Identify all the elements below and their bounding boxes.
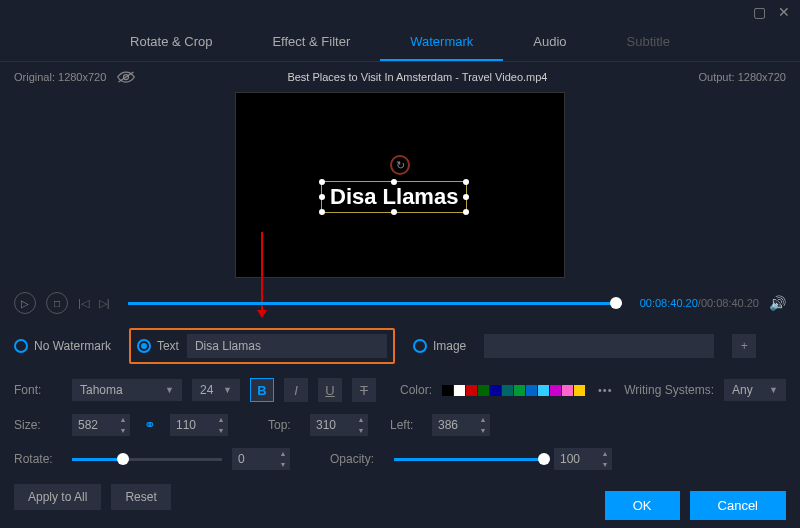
bold-button[interactable]: B xyxy=(250,378,274,402)
spinner-up-icon[interactable]: ▲ xyxy=(214,414,228,425)
reset-button[interactable]: Reset xyxy=(111,484,170,510)
spinner-down-icon[interactable]: ▼ xyxy=(214,425,228,436)
color-swatches xyxy=(442,385,585,396)
height-spinner[interactable]: ▲▼ xyxy=(170,414,228,436)
color-swatch[interactable] xyxy=(562,385,573,396)
radio-icon xyxy=(14,339,28,353)
resize-handle[interactable] xyxy=(463,179,469,185)
radio-icon xyxy=(413,339,427,353)
slider-thumb[interactable] xyxy=(117,453,129,465)
spinner-up-icon[interactable]: ▲ xyxy=(354,414,368,425)
chevron-down-icon: ▼ xyxy=(223,385,232,395)
tab-watermark[interactable]: Watermark xyxy=(380,24,503,61)
play-button[interactable]: ▷ xyxy=(14,292,36,314)
prev-frame-button[interactable]: |◁ xyxy=(78,297,89,310)
rotate-label: Rotate: xyxy=(14,452,62,466)
italic-button[interactable]: I xyxy=(284,378,308,402)
video-preview[interactable]: Disa Llamas xyxy=(235,92,565,278)
stop-button[interactable]: □ xyxy=(46,292,68,314)
spinner-up-icon[interactable]: ▲ xyxy=(116,414,130,425)
top-input[interactable] xyxy=(310,414,354,436)
cancel-button[interactable]: Cancel xyxy=(690,491,786,520)
maximize-icon[interactable]: ▢ xyxy=(753,4,766,20)
spinner-down-icon[interactable]: ▼ xyxy=(354,425,368,436)
radio-text-watermark[interactable]: Text xyxy=(137,339,179,353)
color-swatch[interactable] xyxy=(550,385,561,396)
resize-handle[interactable] xyxy=(319,194,325,200)
spinner-down-icon[interactable]: ▼ xyxy=(116,425,130,436)
radio-image-watermark[interactable]: Image xyxy=(413,339,466,353)
chevron-down-icon: ▼ xyxy=(769,385,778,395)
volume-icon[interactable]: 🔊 xyxy=(769,295,786,311)
underline-button[interactable]: U xyxy=(318,378,342,402)
radio-label: Image xyxy=(433,339,466,353)
width-spinner[interactable]: ▲▼ xyxy=(72,414,130,436)
resize-handle[interactable] xyxy=(463,209,469,215)
preview-toggle-icon[interactable] xyxy=(116,70,136,84)
timeline-thumb[interactable] xyxy=(610,297,622,309)
original-resolution: Original: 1280x720 xyxy=(14,71,106,83)
color-swatch[interactable] xyxy=(454,385,465,396)
color-swatch[interactable] xyxy=(514,385,525,396)
width-input[interactable] xyxy=(72,414,116,436)
text-watermark-group: Text xyxy=(129,328,395,364)
font-family-select[interactable]: Tahoma▼ xyxy=(72,379,182,401)
resize-handle[interactable] xyxy=(391,209,397,215)
opacity-spinner[interactable]: ▲▼ xyxy=(554,448,612,470)
height-input[interactable] xyxy=(170,414,214,436)
radio-no-watermark[interactable]: No Watermark xyxy=(14,339,111,353)
next-frame-button[interactable]: ▷| xyxy=(99,297,110,310)
watermark-bounding-box[interactable]: Disa Llamas xyxy=(321,181,467,213)
opacity-input[interactable] xyxy=(554,448,598,470)
color-swatch[interactable] xyxy=(442,385,453,396)
spinner-up-icon[interactable]: ▲ xyxy=(276,448,290,459)
spinner-down-icon[interactable]: ▼ xyxy=(598,459,612,470)
add-image-button[interactable]: + xyxy=(732,334,756,358)
color-swatch[interactable] xyxy=(490,385,501,396)
color-swatch[interactable] xyxy=(466,385,477,396)
close-icon[interactable]: ✕ xyxy=(778,4,790,20)
resize-handle[interactable] xyxy=(463,194,469,200)
more-colors-button[interactable]: ••• xyxy=(598,384,613,396)
radio-label: Text xyxy=(157,339,179,353)
spinner-down-icon[interactable]: ▼ xyxy=(276,459,290,470)
writing-systems-label: Writing Systems: xyxy=(624,383,714,397)
left-input[interactable] xyxy=(432,414,476,436)
rotate-handle-icon[interactable] xyxy=(390,155,410,175)
watermark-text-input[interactable] xyxy=(187,334,387,358)
opacity-label: Opacity: xyxy=(330,452,384,466)
rotate-input[interactable] xyxy=(232,448,276,470)
timeline-slider[interactable] xyxy=(128,302,622,305)
chevron-down-icon: ▼ xyxy=(165,385,174,395)
left-spinner[interactable]: ▲▼ xyxy=(432,414,490,436)
color-swatch[interactable] xyxy=(478,385,489,396)
ok-button[interactable]: OK xyxy=(605,491,680,520)
annotation-arrow xyxy=(261,232,263,312)
resize-handle[interactable] xyxy=(319,209,325,215)
color-swatch[interactable] xyxy=(538,385,549,396)
spinner-up-icon[interactable]: ▲ xyxy=(476,414,490,425)
watermark-image-path[interactable] xyxy=(484,334,714,358)
tab-rotate-crop[interactable]: Rotate & Crop xyxy=(100,24,242,61)
output-resolution: Output: 1280x720 xyxy=(699,71,786,83)
color-swatch[interactable] xyxy=(502,385,513,396)
resize-handle[interactable] xyxy=(319,179,325,185)
rotate-slider[interactable] xyxy=(72,458,222,461)
apply-to-all-button[interactable]: Apply to All xyxy=(14,484,101,510)
rotate-spinner[interactable]: ▲▼ xyxy=(232,448,290,470)
filename: Best Places to Visit In Amsterdam - Trav… xyxy=(287,71,547,83)
strikethrough-button[interactable]: T xyxy=(352,378,376,402)
opacity-slider[interactable] xyxy=(394,458,544,461)
font-size-select[interactable]: 24▼ xyxy=(192,379,240,401)
radio-label: No Watermark xyxy=(34,339,111,353)
aspect-lock-icon[interactable]: ⚭ xyxy=(144,417,156,433)
color-swatch[interactable] xyxy=(574,385,585,396)
spinner-up-icon[interactable]: ▲ xyxy=(598,448,612,459)
color-swatch[interactable] xyxy=(526,385,537,396)
top-spinner[interactable]: ▲▼ xyxy=(310,414,368,436)
tab-audio[interactable]: Audio xyxy=(503,24,596,61)
writing-systems-select[interactable]: Any▼ xyxy=(724,379,786,401)
tab-effect-filter[interactable]: Effect & Filter xyxy=(242,24,380,61)
spinner-down-icon[interactable]: ▼ xyxy=(476,425,490,436)
slider-thumb[interactable] xyxy=(538,453,550,465)
